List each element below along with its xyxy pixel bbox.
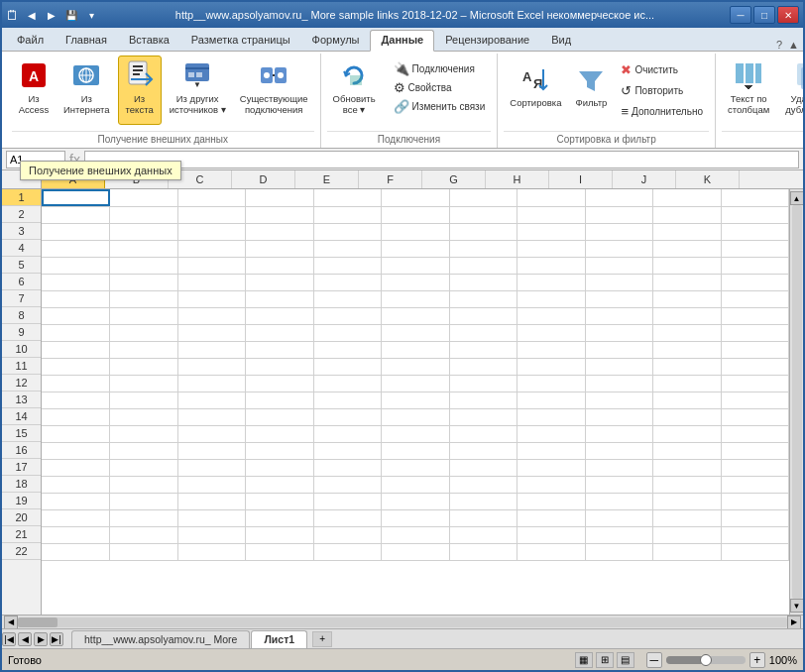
cell-E22[interactable] xyxy=(313,543,382,560)
cell-D14[interactable] xyxy=(246,408,314,425)
cell-G12[interactable] xyxy=(449,375,518,392)
v-scroll-up[interactable]: ▲ xyxy=(790,191,804,205)
cell-E18[interactable] xyxy=(313,476,382,493)
cell-E15[interactable] xyxy=(313,425,382,442)
cell-J12[interactable] xyxy=(653,375,722,392)
cell-C13[interactable] xyxy=(177,392,246,408)
cell-H3[interactable] xyxy=(518,223,586,240)
cell-E13[interactable] xyxy=(313,392,382,408)
cell-A4[interactable] xyxy=(42,240,110,257)
cell-H17[interactable] xyxy=(518,459,586,476)
cell-E2[interactable] xyxy=(313,206,382,223)
tab-insert[interactable]: Вставка xyxy=(118,29,180,51)
cell-B11[interactable] xyxy=(110,358,178,375)
grid-scroll[interactable] xyxy=(42,189,789,615)
cell-G20[interactable] xyxy=(449,509,518,526)
cell-J15[interactable] xyxy=(653,425,722,442)
cell-A12[interactable] xyxy=(42,375,110,392)
cell-I1[interactable] xyxy=(585,189,653,206)
from-other-button[interactable]: ▼ Из другихисточников ▾ xyxy=(164,56,232,125)
cell-B16[interactable] xyxy=(110,442,178,459)
cell-K12[interactable] xyxy=(721,375,789,392)
cell-H9[interactable] xyxy=(518,324,586,341)
cell-E9[interactable] xyxy=(313,324,382,341)
cell-J5[interactable] xyxy=(653,257,722,274)
cell-H2[interactable] xyxy=(518,206,586,223)
cell-C9[interactable] xyxy=(177,324,246,341)
cell-E6[interactable] xyxy=(313,274,382,290)
cell-B10[interactable] xyxy=(110,341,178,358)
cell-E4[interactable] xyxy=(313,240,382,257)
cell-C7[interactable] xyxy=(177,290,246,307)
cell-K15[interactable] xyxy=(721,425,789,442)
cell-I13[interactable] xyxy=(585,392,653,408)
cell-G11[interactable] xyxy=(449,358,518,375)
cell-C12[interactable] xyxy=(177,375,246,392)
cell-A1[interactable] xyxy=(42,189,110,206)
cell-K9[interactable] xyxy=(721,324,789,341)
cell-I19[interactable] xyxy=(585,493,653,509)
cell-E5[interactable] xyxy=(313,257,382,274)
cell-F14[interactable] xyxy=(382,408,450,425)
cell-I15[interactable] xyxy=(585,425,653,442)
cell-D7[interactable] xyxy=(246,290,314,307)
cell-A17[interactable] xyxy=(42,459,110,476)
cell-B3[interactable] xyxy=(110,223,178,240)
cell-K17[interactable] xyxy=(721,459,789,476)
cell-C10[interactable] xyxy=(177,341,246,358)
cell-J17[interactable] xyxy=(653,459,722,476)
cell-J18[interactable] xyxy=(653,476,722,493)
cell-C4[interactable] xyxy=(177,240,246,257)
cell-F10[interactable] xyxy=(382,341,450,358)
cell-F19[interactable] xyxy=(382,493,450,509)
row-header-3[interactable]: 3 xyxy=(2,223,41,240)
cell-F20[interactable] xyxy=(382,509,450,526)
cell-D19[interactable] xyxy=(246,493,314,509)
row-header-19[interactable]: 19 xyxy=(2,493,41,509)
cell-H18[interactable] xyxy=(518,476,586,493)
zoom-in-btn[interactable]: + xyxy=(749,652,765,668)
cell-F2[interactable] xyxy=(382,206,450,223)
cell-G19[interactable] xyxy=(449,493,518,509)
cell-E21[interactable] xyxy=(313,526,382,543)
cell-E17[interactable] xyxy=(313,459,382,476)
row-header-9[interactable]: 9 xyxy=(2,324,41,341)
text-to-columns-button[interactable]: Текст постолбцам xyxy=(722,56,775,125)
cell-H5[interactable] xyxy=(518,257,586,274)
cell-J2[interactable] xyxy=(653,206,722,223)
row-header-6[interactable]: 6 xyxy=(2,274,41,290)
cell-B17[interactable] xyxy=(110,459,178,476)
properties-button[interactable]: ⚙ Свойства xyxy=(388,78,492,96)
cell-E7[interactable] xyxy=(313,290,382,307)
cell-H19[interactable] xyxy=(518,493,586,509)
cell-K14[interactable] xyxy=(721,408,789,425)
cell-B14[interactable] xyxy=(110,408,178,425)
cell-F11[interactable] xyxy=(382,358,450,375)
row-header-18[interactable]: 18 xyxy=(2,476,41,493)
cell-G15[interactable] xyxy=(449,425,518,442)
cell-H20[interactable] xyxy=(518,509,586,526)
row-header-8[interactable]: 8 xyxy=(2,307,41,324)
row-header-15[interactable]: 15 xyxy=(2,425,41,442)
zoom-slider-thumb[interactable] xyxy=(700,654,712,666)
cell-J1[interactable] xyxy=(653,189,722,206)
cell-K7[interactable] xyxy=(721,290,789,307)
cell-C3[interactable] xyxy=(177,223,246,240)
cell-D2[interactable] xyxy=(246,206,314,223)
cell-K21[interactable] xyxy=(721,526,789,543)
row-header-1[interactable]: 1 xyxy=(2,189,41,206)
cell-F4[interactable] xyxy=(382,240,450,257)
cell-D16[interactable] xyxy=(246,442,314,459)
col-header-D[interactable]: D xyxy=(232,170,295,188)
row-header-5[interactable]: 5 xyxy=(2,257,41,274)
cell-B6[interactable] xyxy=(110,274,178,290)
cell-F22[interactable] xyxy=(382,543,450,560)
col-header-I[interactable]: I xyxy=(549,170,613,188)
cell-G5[interactable] xyxy=(449,257,518,274)
col-header-K[interactable]: K xyxy=(676,170,740,188)
cell-D12[interactable] xyxy=(246,375,314,392)
cell-E16[interactable] xyxy=(313,442,382,459)
cell-B1[interactable] xyxy=(110,189,178,206)
tab-page-layout[interactable]: Разметка страницы xyxy=(180,29,301,51)
cell-J8[interactable] xyxy=(653,307,722,324)
